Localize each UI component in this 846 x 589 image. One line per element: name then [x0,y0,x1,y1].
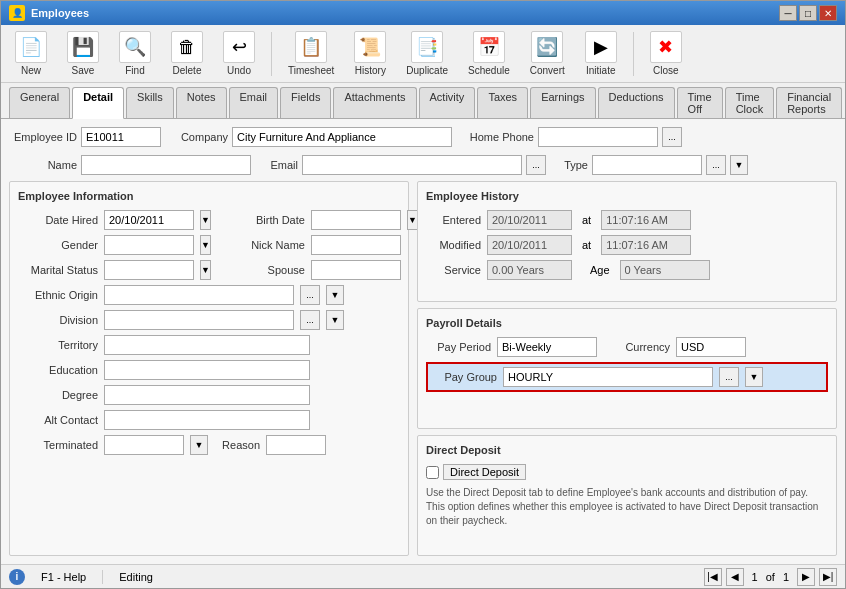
degree-label: Degree [18,389,98,401]
employee-info-panel: Employee Information Date Hired ▼ Birth … [9,181,409,556]
ethnic-origin-row: Ethnic Origin ... ▼ [18,285,400,305]
schedule-button[interactable]: 📅 Schedule [462,29,516,78]
terminated-dropdown[interactable]: ▼ [190,435,208,455]
close-tool-button[interactable]: ✖ Close [644,29,688,78]
type-label: Type [558,159,588,171]
ethnic-dropdown[interactable]: ▼ [326,285,344,305]
tab-skills[interactable]: Skills [126,87,174,118]
type-field[interactable] [592,155,702,175]
nav-first-button[interactable]: |◀ [704,568,722,586]
division-dots-button[interactable]: ... [300,310,320,330]
employee-history-panel: Employee History Entered at Modified at [417,181,837,302]
find-button[interactable]: 🔍 Find [113,29,157,78]
ethnic-origin-field[interactable] [104,285,294,305]
nav-next-button[interactable]: ▶ [797,568,815,586]
gender-row: Gender ▼ Nick Name [18,235,400,255]
email-field[interactable] [302,155,522,175]
close-button[interactable]: ✕ [819,5,837,21]
pay-group-dropdown[interactable]: ▼ [745,367,763,387]
direct-deposit-checkbox-label[interactable]: Direct Deposit [443,464,526,480]
service-label: Service [426,264,481,276]
direct-deposit-checkbox-row: Direct Deposit [426,464,828,480]
division-row: Division ... ▼ [18,310,400,330]
status-bar: i F1 - Help Editing |◀ ◀ 1 of 1 ▶ ▶| [1,564,845,588]
initiate-icon: ▶ [585,31,617,63]
currency-select[interactable]: USD [676,337,746,357]
save-button[interactable]: 💾 Save [61,29,105,78]
tab-time-off[interactable]: Time Off [677,87,723,118]
marital-dropdown[interactable]: ▼ [200,260,211,280]
type-dropdown-button[interactable]: ▼ [730,155,748,175]
home-phone-field[interactable] [538,127,658,147]
employee-id-field[interactable] [81,127,161,147]
tab-deductions[interactable]: Deductions [598,87,675,118]
entered-date-field [487,210,572,230]
territory-row: Territory [18,335,400,355]
spouse-field[interactable] [311,260,401,280]
nav-prev-button[interactable]: ◀ [726,568,744,586]
tab-general[interactable]: General [9,87,70,118]
initiate-button[interactable]: ▶ Initiate [579,29,623,78]
tab-detail[interactable]: Detail [72,87,124,119]
direct-deposit-checkbox[interactable] [426,466,439,479]
home-phone-row: Home Phone ... [464,127,682,147]
tab-earnings[interactable]: Earnings [530,87,595,118]
name-field[interactable] [81,155,251,175]
territory-field[interactable] [104,335,310,355]
marital-status-field[interactable] [104,260,194,280]
tab-fields[interactable]: Fields [280,87,331,118]
content-area: Employee ID Company Home Phone ... Name … [1,119,845,564]
new-button[interactable]: 📄 New [9,29,53,78]
type-dots-button[interactable]: ... [706,155,726,175]
terminated-field[interactable] [104,435,184,455]
help-text: F1 - Help [41,571,86,583]
title-bar-left: 👤 Employees [9,5,89,21]
date-hired-dropdown[interactable]: ▼ [200,210,211,230]
convert-button[interactable]: 🔄 Convert [524,29,571,78]
pay-group-field[interactable] [503,367,713,387]
close-tool-icon: ✖ [650,31,682,63]
tab-activity[interactable]: Activity [419,87,476,118]
pay-group-dots-button[interactable]: ... [719,367,739,387]
duplicate-button[interactable]: 📑 Duplicate [400,29,454,78]
home-phone-dots-button[interactable]: ... [662,127,682,147]
tab-email[interactable]: Email [229,87,279,118]
nav-last-button[interactable]: ▶| [819,568,837,586]
page-total: 1 [783,571,789,583]
education-field[interactable] [104,360,310,380]
company-field[interactable] [232,127,452,147]
save-icon: 💾 [67,31,99,63]
ethnic-origin-label: Ethnic Origin [18,289,98,301]
tab-taxes[interactable]: Taxes [477,87,528,118]
undo-button[interactable]: ↩ Undo [217,29,261,78]
timesheet-button[interactable]: 📋 Timesheet [282,29,340,78]
history-button[interactable]: 📜 History [348,29,392,78]
marital-status-label: Marital Status [18,264,98,276]
degree-field[interactable] [104,385,310,405]
date-hired-field[interactable] [104,210,194,230]
entered-label: Entered [426,214,481,226]
alt-contact-field[interactable] [104,410,310,430]
delete-button[interactable]: 🗑 Delete [165,29,209,78]
date-hired-row: Date Hired ▼ Birth Date ▼ [18,210,400,230]
division-field[interactable] [104,310,294,330]
maximize-button[interactable]: □ [799,5,817,21]
tab-financial-reports[interactable]: Financial Reports [776,87,842,118]
gender-dropdown[interactable]: ▼ [200,235,211,255]
tab-time-clock[interactable]: Time Clock [725,87,775,118]
ethnic-dots-button[interactable]: ... [300,285,320,305]
direct-deposit-title: Direct Deposit [426,444,828,456]
window-title: Employees [31,7,89,19]
reason-field[interactable] [266,435,326,455]
gender-field[interactable] [104,235,194,255]
email-dots-button[interactable]: ... [526,155,546,175]
pay-period-select[interactable]: Bi-Weekly [497,337,597,357]
minimize-button[interactable]: ─ [779,5,797,21]
nick-name-field[interactable] [311,235,401,255]
birth-date-field[interactable] [311,210,401,230]
tab-notes[interactable]: Notes [176,87,227,118]
name-label: Name [9,159,77,171]
info-icon: i [9,569,25,585]
division-dropdown[interactable]: ▼ [326,310,344,330]
tab-attachments[interactable]: Attachments [333,87,416,118]
